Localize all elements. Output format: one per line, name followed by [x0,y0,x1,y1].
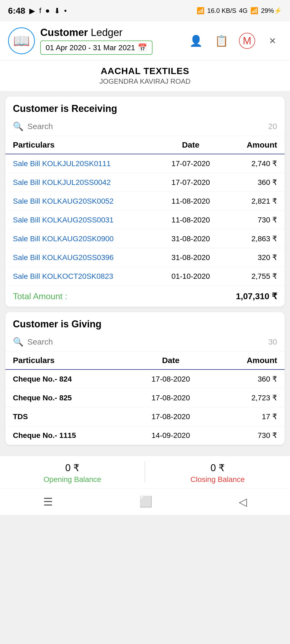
closing-balance-amount: 0 ₹ [148,462,287,474]
receiving-table-header-row: Particulars Date Amount [5,136,285,154]
network-icon: 4G [239,7,248,14]
calendar-icon: 📅 [138,43,147,52]
signal-icon: 📶 [250,7,258,14]
giving-col-amount: Amount [213,352,285,369]
giving-col-date: Date [129,352,213,369]
company-name-section: AACHAL TEXTILES JOGENDRA KAVIRAJ ROAD [0,60,290,91]
giving-table: Particulars Date Amount Cheque No.- 824 … [5,352,285,445]
giving-amount-3: 730 ₹ [213,426,285,445]
receiving-particular-1[interactable]: Sale Bill KOLKJUL20SS0042 [5,173,156,192]
receiving-date-4: 31-08-2020 [156,229,226,248]
giving-search-bar: 🔍 30 [5,334,285,352]
menu-icon[interactable]: ☰ [43,496,53,508]
receiving-particular-2[interactable]: Sale Bill KOLKAUG20SK0052 [5,192,156,211]
mail-icon-button[interactable]: M [238,31,256,50]
bottom-balance-bar: 0 ₹ Opening Balance 0 ₹ Closing Balance [0,456,290,488]
giving-col-particulars: Particulars [5,352,129,369]
giving-date-3: 14-09-2020 [129,426,213,445]
receiving-table-row[interactable]: Sale Bill KOLKJUL20SK0111 17-07-2020 2,7… [5,154,285,173]
mail-icon: M [239,33,255,49]
receiving-table-row[interactable]: Sale Bill KOLKJUL20SS0042 17-07-2020 360… [5,173,285,192]
giving-search-icon: 🔍 [13,337,24,347]
giving-amount-2: 17 ₹ [213,407,285,426]
header-title-area: Customer Ledger 01 Apr 2020 - 31 Mar 202… [40,27,181,55]
battery-icon: 29%⚡ [261,7,282,14]
close-button[interactable]: × [263,31,282,50]
receiving-table: Particulars Date Amount Sale Bill KOLKJU… [5,136,285,286]
receiving-particular-6[interactable]: Sale Bill KOLKOCT20SK0823 [5,267,156,286]
giving-search-input[interactable] [27,337,264,346]
receiving-search-icon: 🔍 [13,121,24,131]
close-icon: × [269,34,276,47]
closing-balance-label: Closing Balance [148,475,287,484]
giving-amount-0: 360 ₹ [213,369,285,389]
facebook-icon: f [39,6,41,15]
receiving-col-date: Date [156,136,226,154]
bottom-nav: ☰ ⬜ ◁ [0,488,290,515]
closing-balance-item: 0 ₹ Closing Balance [145,456,290,488]
receiving-particular-0[interactable]: Sale Bill KOLKJUL20SK0111 [5,154,156,173]
main-content: Customer is Receiving 🔍 20 Particulars D… [0,91,290,456]
receiving-section-title: Customer is Receiving [5,97,285,119]
giving-particular-1: Cheque No.- 825 [5,389,129,407]
book-icon: 📖 [13,33,30,49]
home-icon[interactable]: ⬜ [139,495,153,508]
giving-table-row: Cheque No.- 1115 14-09-2020 730 ₹ [5,426,285,445]
giving-particular-2: TDS [5,407,129,426]
receiving-amount-0: 2,740 ₹ [226,154,285,173]
giving-section-title: Customer is Giving [5,312,285,334]
receiving-amount-4: 2,863 ₹ [226,229,285,248]
giving-date-1: 17-08-2020 [129,389,213,407]
giving-table-row: Cheque No.- 825 17-08-2020 2,723 ₹ [5,389,285,407]
company-name: AACHAL TEXTILES [5,66,285,76]
receiving-amount-6: 2,755 ₹ [226,267,285,286]
receiving-search-input[interactable] [27,122,264,131]
receiving-table-row[interactable]: Sale Bill KOLKAUG20SS0396 31-08-2020 320… [5,248,285,267]
receiving-particular-3[interactable]: Sale Bill KOLKAUG20SS0031 [5,211,156,229]
receiving-total-row: Total Amount : 1,07,310 ₹ [5,286,285,307]
giving-search-count: 30 [268,337,277,346]
receiving-date-0: 17-07-2020 [156,154,226,173]
giving-date-2: 17-08-2020 [129,407,213,426]
receiving-date-3: 11-08-2020 [156,211,226,229]
giving-table-row: TDS 17-08-2020 17 ₹ [5,407,285,426]
status-bar: 6:48 ▶ f ● ⬇ • 📶 16.0 KB/S 4G 📶 29%⚡ [0,0,290,21]
person-icon-button[interactable]: 👤 [187,31,205,50]
dot-icon: • [64,6,67,15]
receiving-amount-1: 360 ₹ [226,173,285,192]
receiving-date-6: 01-10-2020 [156,267,226,286]
company-address: JOGENDRA KAVIRAJ ROAD [5,77,285,86]
youtube-icon: ▶ [29,6,35,15]
person-icon: 👤 [189,35,203,47]
receiving-table-row[interactable]: Sale Bill KOLKOCT20SK0823 01-10-2020 2,7… [5,267,285,286]
total-amount-value: 1,07,310 ₹ [236,291,277,301]
receiving-table-row[interactable]: Sale Bill KOLKAUG20SK0052 11-08-2020 2,8… [5,192,285,211]
giving-amount-1: 2,723 ₹ [213,389,285,407]
receiving-date-5: 31-08-2020 [156,248,226,267]
download-icon: ⬇ [54,6,60,15]
kb-label: 16.0 KB/S [207,7,236,14]
back-icon[interactable]: ◁ [239,496,247,508]
receiving-particular-5[interactable]: Sale Bill KOLKAUG20SS0396 [5,248,156,267]
total-amount-label: Total Amount : [13,291,67,301]
receiving-table-row[interactable]: Sale Bill KOLKAUG20SK0900 31-08-2020 2,8… [5,229,285,248]
giving-table-row: Cheque No.- 824 17-08-2020 360 ₹ [5,369,285,389]
date-range-button[interactable]: 01 Apr 2020 - 31 Mar 2021 📅 [40,41,153,55]
receiving-col-amount: Amount [226,136,285,154]
app-header: 📖 Customer Ledger 01 Apr 2020 - 31 Mar 2… [0,21,290,60]
bluetooth-icon: ● [45,6,50,15]
giving-table-header-row: Particulars Date Amount [5,352,285,369]
giving-date-0: 17-08-2020 [129,369,213,389]
opening-balance-label: Opening Balance [3,475,142,484]
receiving-particular-4[interactable]: Sale Bill KOLKAUG20SK0900 [5,229,156,248]
receiving-col-particulars: Particulars [5,136,156,154]
receiving-search-bar: 🔍 20 [5,119,285,136]
opening-balance-item: 0 ₹ Opening Balance [0,456,145,488]
ledger-icon-button[interactable]: 📋 [212,31,231,50]
sim-icon: 📶 [197,7,205,14]
receiving-table-row[interactable]: Sale Bill KOLKAUG20SS0031 11-08-2020 730… [5,211,285,229]
receiving-amount-5: 320 ₹ [226,248,285,267]
status-time: 6:48 [8,6,25,16]
receiving-amount-2: 2,821 ₹ [226,192,285,211]
giving-section-card: Customer is Giving 🔍 30 Particulars Date… [5,312,285,445]
